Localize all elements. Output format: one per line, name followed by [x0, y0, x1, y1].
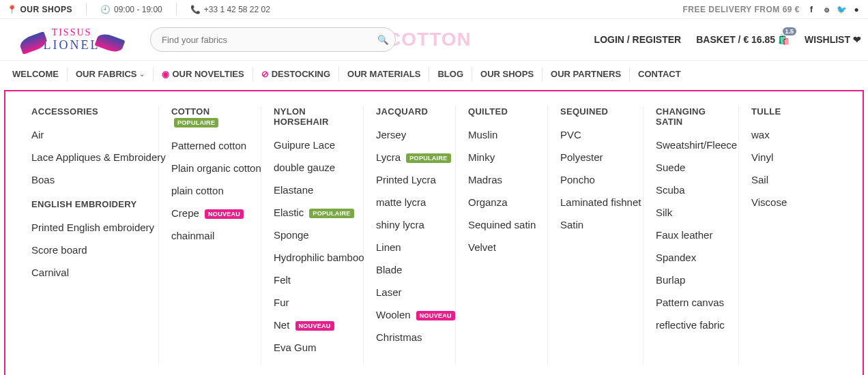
list-item[interactable]: Laminated fishnet — [560, 196, 631, 208]
list-item[interactable]: Burlap — [656, 274, 726, 286]
item-text: Crepe — [171, 207, 199, 219]
list-item[interactable]: Lycra POPULAIRE — [376, 151, 443, 163]
wishlist-link[interactable]: WISHLIST ❤ — [805, 34, 861, 45]
list-item[interactable]: wax — [751, 129, 795, 140]
list-item[interactable]: Spandex — [656, 252, 726, 263]
facebook-icon[interactable]: f — [807, 5, 816, 14]
nav-welcome[interactable]: WELCOME — [4, 67, 68, 82]
list-item[interactable]: Christmas — [376, 331, 443, 343]
list-item[interactable]: Crepe NOUVEAU — [171, 207, 248, 219]
list-item[interactable]: Linen — [376, 241, 443, 253]
list-item[interactable]: matte lycra — [376, 196, 443, 208]
list-item[interactable]: Laser — [376, 286, 443, 298]
list-item[interactable]: PVC — [560, 129, 631, 140]
divider — [86, 3, 87, 16]
sale-icon: ⊘ — [261, 69, 269, 79]
list-item[interactable]: Pattern canvas — [656, 297, 726, 308]
list-item[interactable]: Printed Lycra — [376, 174, 443, 185]
chevron-down-icon: ⌄ — [139, 70, 145, 78]
list-item[interactable]: Silk — [656, 207, 726, 218]
list-item[interactable]: Polyester — [560, 151, 631, 163]
list-item[interactable]: Satin — [560, 219, 631, 230]
list-item[interactable]: Carnival — [31, 267, 146, 278]
nav-contact[interactable]: CONTACT — [630, 67, 689, 82]
list-item[interactable]: Sail — [751, 174, 795, 185]
logo[interactable]: TISSUS LIONEL — [7, 22, 136, 57]
list-item[interactable]: Hydrophilic bamboo — [274, 252, 351, 263]
list-item[interactable]: Suede — [656, 162, 726, 173]
list-item[interactable]: Elastane — [274, 184, 351, 196]
nav-fabrics[interactable]: OUR FABRICS⌄ — [68, 67, 154, 82]
list-item[interactable]: Sponge — [274, 229, 351, 241]
list-item[interactable]: shiny lycra — [376, 219, 443, 230]
list-item[interactable]: Velvet — [468, 241, 535, 253]
list-item[interactable]: Sweatshirt/Fleece — [656, 139, 726, 151]
list-item[interactable]: Air — [31, 129, 146, 140]
list-item[interactable]: double gauze — [274, 162, 351, 173]
col-heading: ACCESSORIES — [31, 106, 146, 117]
instagram-icon[interactable]: ⌾ — [822, 5, 831, 14]
list-item[interactable]: Eva Gum — [274, 342, 351, 353]
mega-col-jacquard: JACQUARD Jersey Lycra POPULAIRE Printed … — [364, 106, 456, 364]
list-item[interactable]: Patterned cotton — [171, 140, 248, 151]
search-input[interactable] — [150, 27, 396, 52]
list-item[interactable]: Viscose — [751, 196, 795, 208]
list-item[interactable]: Plain organic cotton — [171, 162, 248, 174]
list-item[interactable]: Lace Appliques & Embroidery — [31, 151, 146, 163]
logo-line1: TISSUS — [44, 27, 100, 38]
shops-link[interactable]: 📍 OUR SHOPS — [7, 5, 72, 14]
nav-destocking[interactable]: ⊘DESTOCKING — [253, 67, 339, 82]
search-button[interactable]: 🔍 — [373, 29, 393, 50]
list-item[interactable]: Blade — [376, 264, 443, 275]
list-item[interactable]: Minky — [468, 151, 535, 163]
list-item[interactable]: Guipure Lace — [274, 139, 351, 151]
mega-col-quilted: QUILTED Muslin Minky Madras Organza Sequ… — [456, 106, 548, 364]
list-item[interactable]: Boas — [31, 174, 146, 185]
list-item[interactable]: Felt — [274, 274, 351, 286]
search-wrap: 🔍 — [150, 27, 396, 52]
list-item[interactable]: plain cotton — [171, 185, 248, 196]
phone-link[interactable]: 📞 +33 1 42 58 22 02 — [190, 5, 270, 14]
list-item[interactable]: Printed English embroidery — [31, 222, 146, 233]
list-item[interactable]: Sequined satin — [468, 219, 535, 230]
nav-partners[interactable]: OUR PARTNERS — [542, 67, 630, 82]
col-heading: TULLE — [751, 106, 795, 117]
heart-icon: ❤ — [853, 34, 861, 45]
item-text: Net — [274, 319, 289, 331]
list-item[interactable]: Vinyl — [751, 151, 795, 163]
list-item[interactable]: Fur — [274, 297, 351, 308]
basket-label: BASKET / € 16.85 — [696, 34, 775, 45]
list-item[interactable]: Organza — [468, 196, 535, 208]
list-item[interactable]: chainmail — [171, 230, 248, 241]
list-item[interactable]: Poncho — [560, 174, 631, 185]
login-register-link[interactable]: LOGIN / REGISTER — [594, 34, 682, 45]
list-item[interactable]: Jersey — [376, 129, 443, 140]
list-item[interactable]: reflective fabric — [656, 319, 726, 331]
list-item[interactable]: Faux leather — [656, 229, 726, 241]
badge-populaire: POPULAIRE — [406, 153, 450, 163]
nav-novelties[interactable]: ◉OUR NOVELTIES — [154, 67, 252, 82]
list-item[interactable]: Elastic POPULAIRE — [274, 207, 351, 218]
basket-icon: 🛍️ — [778, 34, 790, 45]
list-item[interactable]: Madras — [468, 174, 535, 185]
list-item[interactable]: Score board — [31, 244, 146, 256]
col-heading: NYLON HORSEHAIR — [274, 106, 351, 127]
nav-label: OUR FABRICS — [76, 69, 137, 79]
col-heading: COTTON POPULAIRE — [171, 106, 248, 127]
pinterest-icon[interactable]: ● — [852, 5, 861, 14]
mega-col-cotton: COTTON POPULAIRE Patterned cotton Plain … — [159, 106, 261, 364]
nav-blog[interactable]: BLOG — [429, 67, 472, 82]
basket-link[interactable]: BASKET / € 16.85 🛍️ 1.5 — [696, 34, 790, 45]
twitter-icon[interactable]: 🐦 — [837, 5, 846, 14]
list-item[interactable]: Woolen NOUVEAU — [376, 309, 443, 320]
list-item[interactable]: Scuba — [656, 184, 726, 196]
list-item[interactable]: Muslin — [468, 129, 535, 140]
nav-shops[interactable]: OUR SHOPS — [472, 67, 542, 82]
list-item[interactable]: Net NOUVEAU — [274, 319, 351, 331]
pin-icon: 📍 — [7, 5, 18, 14]
mega-col-accessories: ACCESSORIES Air Lace Appliques & Embroid… — [19, 106, 159, 364]
wishlist-label: WISHLIST — [805, 34, 850, 45]
nav-materials[interactable]: OUR MATERIALS — [339, 67, 429, 82]
col-heading: SEQUINED — [560, 106, 631, 117]
header-links: LOGIN / REGISTER BASKET / € 16.85 🛍️ 1.5… — [594, 34, 861, 45]
